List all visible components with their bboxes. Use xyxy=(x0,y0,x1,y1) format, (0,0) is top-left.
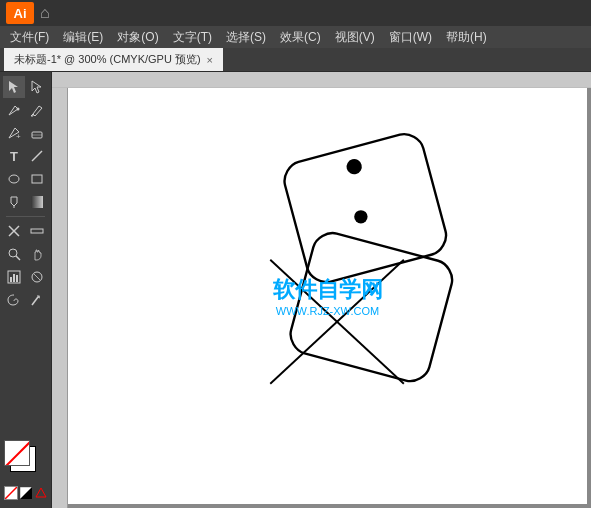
ellipse-tool[interactable] xyxy=(3,168,25,190)
none-icon[interactable] xyxy=(4,486,18,500)
menu-effect[interactable]: 效果(C) xyxy=(274,27,327,48)
svg-rect-30 xyxy=(52,72,591,88)
tool-row-shape xyxy=(2,168,49,190)
zoom-tool[interactable] xyxy=(3,243,25,265)
canvas-svg xyxy=(68,88,587,504)
svg-line-26 xyxy=(5,441,30,466)
color-icon[interactable] xyxy=(35,486,48,500)
fill-stroke-boxes xyxy=(4,440,48,484)
svg-marker-1 xyxy=(32,81,41,93)
chart-tool[interactable] xyxy=(3,266,25,288)
svg-rect-19 xyxy=(16,275,18,282)
active-tab[interactable]: 未标题-1* @ 300% (CMYK/GPU 预览) × xyxy=(4,48,223,71)
tab-close-button[interactable]: × xyxy=(207,54,213,66)
tool-row-pen xyxy=(2,99,49,121)
type-tool[interactable]: T xyxy=(3,145,25,167)
measure-tool[interactable] xyxy=(26,220,48,242)
knife-tool[interactable] xyxy=(3,220,25,242)
lasso-tool[interactable] xyxy=(3,289,25,311)
svg-line-22 xyxy=(32,297,38,305)
select-tool[interactable] xyxy=(3,76,25,98)
svg-rect-8 xyxy=(32,175,42,183)
svg-point-14 xyxy=(9,249,17,257)
paintbucket-tool[interactable] xyxy=(3,191,25,213)
svg-rect-13 xyxy=(31,229,43,233)
tool-row-lasso xyxy=(2,289,49,311)
color-icons-row xyxy=(4,486,47,500)
magic-wand-tool[interactable] xyxy=(26,289,48,311)
gradient-tool[interactable] xyxy=(26,191,48,213)
pencil-tool[interactable] xyxy=(26,99,48,121)
svg-point-35 xyxy=(354,210,367,223)
svg-line-27 xyxy=(5,487,17,499)
direct-select-tool[interactable] xyxy=(26,76,48,98)
tool-row-chart xyxy=(2,266,49,288)
svg-point-2 xyxy=(17,108,20,111)
svg-line-15 xyxy=(16,256,20,260)
tab-label: 未标题-1* @ 300% (CMYK/GPU 预览) xyxy=(14,52,201,67)
svg-line-25 xyxy=(38,297,40,298)
svg-point-7 xyxy=(9,175,19,183)
pen-tool[interactable] xyxy=(3,99,25,121)
tool-row-zoom xyxy=(2,243,49,265)
tool-row-knife xyxy=(2,220,49,242)
black-white-icon[interactable] xyxy=(20,486,33,500)
svg-rect-17 xyxy=(10,277,12,282)
svg-rect-10 xyxy=(31,196,43,208)
hand-tool[interactable] xyxy=(26,243,48,265)
add-anchor-tool[interactable]: + xyxy=(3,122,25,144)
drawing-canvas[interactable]: 软件自学网 WWW.RJZ-XW.COM xyxy=(68,88,587,504)
menu-window[interactable]: 窗口(W) xyxy=(383,27,438,48)
main-layout: + T xyxy=(0,72,591,508)
menu-bar: 文件(F) 编辑(E) 对象(O) 文字(T) 选择(S) 效果(C) 视图(V… xyxy=(0,26,591,48)
svg-rect-18 xyxy=(13,274,15,282)
tab-bar: 未标题-1* @ 300% (CMYK/GPU 预览) × xyxy=(0,48,591,72)
menu-text[interactable]: 文字(T) xyxy=(167,27,218,48)
svg-line-6 xyxy=(32,151,42,161)
ruler-top xyxy=(52,72,591,88)
color-section xyxy=(2,436,49,504)
canvas-area[interactable]: 软件自学网 WWW.RJZ-XW.COM xyxy=(52,72,591,508)
ai-logo: Ai xyxy=(6,2,34,24)
toolbar: + T xyxy=(0,72,52,508)
menu-edit[interactable]: 编辑(E) xyxy=(57,27,109,48)
tool-row-type: T xyxy=(2,145,49,167)
ruler-left xyxy=(52,88,68,508)
home-icon[interactable]: ⌂ xyxy=(40,4,50,22)
menu-help[interactable]: 帮助(H) xyxy=(440,27,493,48)
title-bar: Ai ⌂ xyxy=(0,0,591,26)
menu-select[interactable]: 选择(S) xyxy=(220,27,272,48)
menu-object[interactable]: 对象(O) xyxy=(111,27,164,48)
rectangle-tool[interactable] xyxy=(26,168,48,190)
tool-row-add-anchor: + xyxy=(2,122,49,144)
menu-view[interactable]: 视图(V) xyxy=(329,27,381,48)
tool-row-select xyxy=(2,76,49,98)
menu-file[interactable]: 文件(F) xyxy=(4,27,55,48)
fill-box[interactable] xyxy=(4,440,30,466)
tool-separator-1 xyxy=(6,216,45,217)
svg-marker-0 xyxy=(9,81,18,93)
svg-text:+: + xyxy=(16,132,21,140)
eraser-tool[interactable] xyxy=(26,122,48,144)
tool-row-paintbucket xyxy=(2,191,49,213)
svg-point-32 xyxy=(345,157,364,176)
svg-line-21 xyxy=(34,274,40,280)
line-tool[interactable] xyxy=(26,145,48,167)
symbol-tool[interactable] xyxy=(26,266,48,288)
